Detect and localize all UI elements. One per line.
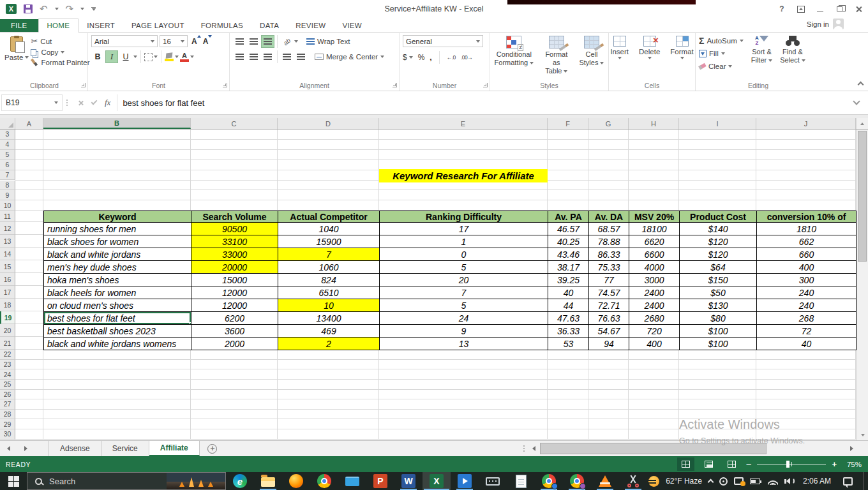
cell-C21[interactable]: 2000 [191, 338, 278, 350]
horizontal-scrollbar[interactable] [523, 441, 868, 456]
cell-styles-button[interactable]: Cell Styles [574, 35, 608, 68]
cell-E13[interactable]: 1 [380, 235, 548, 248]
column-header-B[interactable]: B [43, 118, 191, 129]
row-header-17[interactable]: 17 [0, 286, 15, 299]
cell-G14[interactable]: 86.33 [589, 248, 629, 261]
cell-J21[interactable]: 40 [757, 338, 857, 350]
cell-D14[interactable]: 7 [278, 248, 380, 261]
cell-J16[interactable]: 300 [757, 274, 857, 286]
zoom-slider[interactable] [757, 464, 826, 464]
close-icon[interactable] [849, 0, 868, 18]
word-taskbar-button[interactable]: W [394, 472, 423, 490]
font-size-select[interactable]: 16 [160, 35, 188, 47]
row-header-14[interactable]: 14 [0, 248, 15, 260]
row-header-5[interactable]: 5 [0, 150, 15, 160]
excel-logo-icon[interactable]: X [6, 4, 17, 14]
conditional-formatting-button[interactable]: Conditional Formatting [490, 35, 539, 68]
cell-G15[interactable]: 75.33 [589, 261, 629, 274]
insert-cells-button[interactable]: Insert [606, 35, 633, 60]
format-painter-button[interactable]: Format Painter [29, 57, 91, 68]
sheet-tab-affiliate[interactable]: Affiliate [149, 441, 200, 456]
autosum-button[interactable]: AutoSum [699, 35, 744, 47]
ribbon-tab-data[interactable]: DATA [251, 19, 287, 32]
scrollbar-resize-handle[interactable] [523, 445, 525, 452]
hidden-icons-chevron-icon[interactable] [708, 479, 714, 486]
wifi-icon[interactable] [768, 477, 778, 485]
sort-filter-button[interactable]: AZ Sort & Filter [747, 35, 776, 65]
header-cell-B11[interactable]: Keyword [44, 211, 191, 223]
cell-C17[interactable]: 12000 [191, 286, 278, 299]
cell-I17[interactable]: $50 [680, 286, 757, 299]
cell-B17[interactable]: black heels for women [44, 286, 191, 299]
row-header-15[interactable]: 15 [0, 260, 15, 273]
align-middle-button[interactable] [247, 35, 260, 48]
cell-E16[interactable]: 20 [380, 274, 548, 286]
sheet-grid[interactable]: Keyword Research For Affiliate KeywordSe… [0, 130, 868, 440]
number-dialog-launcher-icon[interactable] [483, 83, 488, 87]
formula-input[interactable]: best shoes for flat feet [117, 98, 854, 108]
insert-function-icon[interactable]: fx [105, 98, 110, 108]
cell-H16[interactable]: 3000 [629, 274, 680, 286]
cell-G17[interactable]: 74.57 [589, 286, 629, 299]
cell-C18[interactable]: 12000 [191, 299, 278, 312]
show-desktop-button[interactable] [863, 472, 866, 490]
align-bottom-button[interactable] [261, 35, 274, 48]
cell-C14[interactable]: 33000 [191, 248, 278, 261]
row-header-23[interactable]: 23 [0, 360, 15, 370]
touch-keyboard-taskbar-button[interactable] [479, 472, 507, 490]
vlc-taskbar-button[interactable] [591, 472, 619, 490]
cell-J15[interactable]: 400 [757, 261, 857, 274]
customize-quick-access-icon[interactable] [91, 7, 96, 11]
row-header-18[interactable]: 18 [0, 299, 15, 311]
cell-D16[interactable]: 824 [278, 274, 380, 286]
cell-F15[interactable]: 38.17 [548, 261, 589, 274]
column-header-D[interactable]: D [278, 118, 379, 129]
name-box[interactable]: B19 [1, 94, 63, 111]
row-header-12[interactable]: 12 [0, 222, 15, 235]
column-header-G[interactable]: G [588, 118, 629, 129]
currency-format-button[interactable]: $ [403, 53, 413, 62]
cell-F12[interactable]: 46.57 [548, 223, 589, 235]
header-cell-J11[interactable]: conversion 10% of [757, 211, 857, 223]
cell-B15[interactable]: men's hey dude shoes [44, 261, 191, 274]
orientation-button[interactable]: ab [280, 35, 294, 48]
vertical-scrollbar[interactable] [856, 130, 868, 440]
ribbon-display-options-icon[interactable] [791, 0, 811, 18]
cell-H14[interactable]: 6600 [629, 248, 680, 261]
row-header-7[interactable]: 7 [0, 170, 15, 181]
cell-F16[interactable]: 39.25 [548, 274, 589, 286]
align-top-button[interactable] [233, 35, 246, 48]
firefox-taskbar-button[interactable] [282, 472, 310, 490]
cell-D12[interactable]: 1040 [278, 223, 380, 235]
cell-J12[interactable]: 1810 [757, 223, 857, 235]
clipboard-dialog-launcher-icon[interactable] [81, 83, 86, 87]
volume-icon[interactable] [784, 478, 795, 484]
cancel-icon[interactable] [78, 100, 84, 106]
header-cell-H11[interactable]: MSV 20% [629, 211, 680, 223]
cell-D18[interactable]: 10 [278, 299, 380, 312]
next-sheet-icon[interactable] [17, 441, 34, 456]
wrap-text-button[interactable]: Wrap Text [304, 37, 352, 46]
cell-B12[interactable]: running shoes for men [44, 223, 191, 235]
cell-B16[interactable]: hoka men's shoes [44, 274, 191, 286]
scroll-right-icon[interactable] [846, 441, 857, 456]
cell-D17[interactable]: 6510 [278, 286, 380, 299]
cell-F13[interactable]: 40.25 [548, 235, 589, 248]
cell-E15[interactable]: 5 [380, 261, 548, 274]
cell-I19[interactable]: $80 [680, 312, 757, 325]
cell-J18[interactable]: 240 [757, 299, 857, 312]
cell-I16[interactable]: $150 [680, 274, 757, 286]
cell-B19[interactable]: best shoes for flat feet [44, 312, 191, 325]
cell-G12[interactable]: 68.57 [589, 223, 629, 235]
orientation-dropdown-icon[interactable] [294, 40, 298, 43]
row-header-6[interactable]: 6 [0, 160, 15, 170]
font-dialog-launcher-icon[interactable] [223, 83, 227, 87]
underline-button[interactable]: U [119, 50, 132, 63]
increase-decimal-button[interactable]: ←.0 [447, 54, 456, 61]
file-explorer-taskbar-button[interactable] [254, 472, 282, 490]
clear-button[interactable]: Clear [699, 61, 744, 72]
font-color-icon[interactable]: A [180, 52, 189, 62]
column-header-A[interactable]: A [15, 118, 43, 129]
row-header-21[interactable]: 21 [0, 337, 15, 350]
cell-J13[interactable]: 662 [757, 235, 857, 248]
